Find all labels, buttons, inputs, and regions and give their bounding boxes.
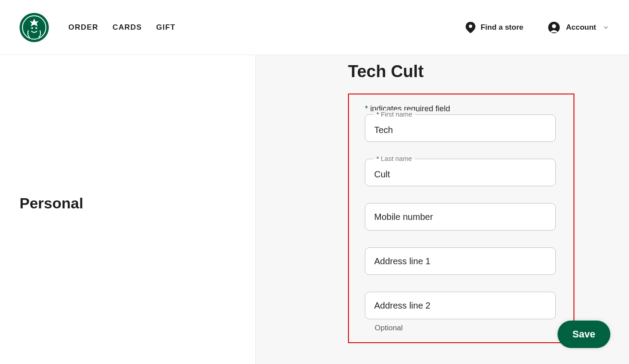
mobile-field-wrap [365, 203, 558, 231]
starbucks-logo-icon[interactable] [20, 13, 49, 42]
main-nav: Order Cards Gift [68, 23, 175, 32]
addr2-field-wrap: Optional [365, 292, 558, 333]
content: Personal Tech Cult * indicates required … [0, 55, 629, 364]
addr2-helper: Optional [365, 324, 558, 333]
header-left: Order Cards Gift [20, 13, 175, 42]
account-label: Account [566, 23, 596, 32]
account-menu[interactable]: Account [548, 22, 609, 33]
address-line-1-input[interactable] [365, 247, 556, 275]
address-line-2-input[interactable] [365, 292, 556, 319]
save-button[interactable]: Save [558, 321, 610, 348]
nav-cards[interactable]: Cards [112, 23, 142, 32]
last-name-input[interactable] [365, 159, 556, 186]
nav-order[interactable]: Order [68, 23, 98, 32]
svg-point-4 [469, 24, 472, 27]
asterisk-icon: * [376, 110, 381, 118]
mobile-input[interactable] [365, 203, 556, 231]
person-icon [548, 22, 560, 33]
first-name-field-wrap: * First name [365, 114, 558, 142]
svg-point-0 [20, 13, 49, 42]
header-right: Find a store Account [466, 22, 609, 33]
section-title: Personal [0, 55, 255, 212]
map-pin-icon [466, 22, 475, 33]
asterisk-icon: * [376, 155, 381, 162]
form-highlight-box: * indicates required field * First name … [348, 94, 574, 343]
page-title: Tech Cult [348, 62, 629, 81]
find-store-label: Find a store [481, 23, 523, 32]
addr1-field-wrap [365, 247, 558, 275]
first-name-input[interactable] [365, 114, 556, 142]
svg-point-6 [552, 24, 556, 28]
nav-gift[interactable]: Gift [156, 23, 176, 32]
chevron-down-icon [602, 24, 609, 31]
svg-point-3 [36, 27, 37, 29]
svg-point-2 [31, 27, 33, 29]
right-panel: Tech Cult * indicates required field * F… [256, 55, 629, 364]
left-panel: Personal [0, 55, 256, 364]
first-name-label-text: First name [381, 110, 412, 118]
header: Order Cards Gift Find a store Account [0, 0, 629, 55]
last-name-label: * Last name [374, 155, 415, 162]
last-name-field-wrap: * Last name [365, 159, 558, 186]
last-name-label-text: Last name [381, 155, 412, 162]
find-store-link[interactable]: Find a store [466, 22, 523, 33]
first-name-label: * First name [374, 110, 415, 118]
asterisk-icon: * [365, 104, 368, 113]
